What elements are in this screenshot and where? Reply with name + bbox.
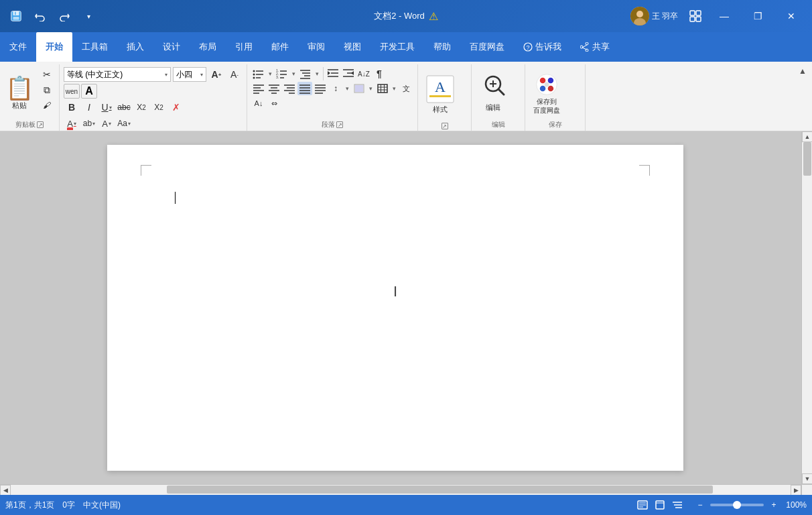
shrink-font-button[interactable]: A-	[226, 67, 243, 82]
scroll-left-button[interactable]: ◀	[0, 485, 11, 496]
zoom-slider-thumb[interactable]	[733, 501, 741, 509]
menu-item-view[interactable]: 视图	[334, 32, 370, 62]
zoom-out-button[interactable]: −	[693, 498, 707, 512]
menu-item-baidu[interactable]: 百度网盘	[460, 32, 514, 62]
menu-item-home[interactable]: 开始	[36, 32, 72, 62]
scroll-down-button[interactable]: ▼	[802, 473, 812, 484]
menu-item-tell-me[interactable]: ? 告诉我	[514, 32, 571, 62]
zoom-slider-track[interactable]	[710, 504, 764, 506]
redo-button[interactable]	[54, 5, 75, 27]
highlight-color-button[interactable]: ab▾	[81, 116, 97, 131]
copy-button[interactable]: ⧉	[38, 82, 56, 97]
document-content[interactable]	[174, 192, 616, 206]
decrease-indent-button[interactable]	[326, 67, 340, 80]
distribute-button[interactable]	[313, 82, 328, 95]
multilevel-list-dropdown[interactable]: ▾	[313, 67, 321, 80]
paragraph-expand-button[interactable]: ↗	[336, 121, 343, 128]
scroll-thumb[interactable]	[803, 142, 811, 176]
align-left-button[interactable]	[251, 82, 266, 95]
borders-button[interactable]	[375, 82, 390, 95]
menu-item-share[interactable]: 共享	[571, 32, 619, 62]
clipboard-expand-button[interactable]: ↗	[37, 121, 44, 128]
page-info[interactable]: 第1页，共1页	[5, 500, 54, 511]
document-area[interactable]: I	[0, 131, 791, 484]
language[interactable]: 中文(中国)	[83, 500, 121, 511]
italic-button[interactable]: I	[81, 100, 97, 115]
font-size-selector[interactable]: 小四 ▾	[173, 67, 206, 82]
close-button[interactable]: ✕	[776, 5, 807, 27]
user-area[interactable]: 王 羽卒	[626, 4, 682, 28]
scroll-up-button[interactable]: ▲	[802, 131, 812, 142]
baidu-save-button[interactable]: 保存到百度网盘	[528, 70, 565, 117]
vertical-scrollbar[interactable]: ▲ ▼	[801, 131, 812, 484]
read-view-button[interactable]	[635, 498, 650, 512]
bullet-list-dropdown[interactable]: ▾	[266, 67, 274, 80]
hscroll-thumb[interactable]	[167, 485, 713, 494]
horizontal-scrollbar[interactable]: ◀ ▶	[0, 484, 801, 495]
menu-item-mailings[interactable]: 邮件	[262, 32, 298, 62]
menu-item-design[interactable]: 设计	[153, 32, 190, 62]
page-view-button[interactable]	[653, 498, 667, 512]
outline-view-button[interactable]	[670, 498, 685, 512]
mirror-indent-button[interactable]: ⇔	[267, 97, 281, 110]
zoom-in-button[interactable]: +	[766, 498, 781, 512]
scroll-right-button[interactable]: ▶	[791, 485, 801, 496]
big-a-button[interactable]: A	[81, 84, 97, 99]
format-painter-button[interactable]: 🖌	[38, 98, 56, 113]
sort2-button[interactable]: A↓	[251, 97, 266, 110]
align-center-button[interactable]	[267, 82, 281, 95]
restore-button[interactable]: ❐	[742, 5, 773, 27]
menu-item-layout[interactable]: 布局	[190, 32, 226, 62]
borders-dropdown[interactable]: ▾	[390, 82, 398, 95]
superscript-button[interactable]: X2	[151, 100, 167, 115]
ribbon-collapse-button[interactable]: ▲	[796, 64, 809, 78]
line-spacing-button[interactable]: ↕	[328, 82, 343, 95]
minimize-button[interactable]: —	[709, 5, 740, 27]
shading-dropdown[interactable]: ▾	[366, 82, 375, 95]
numbered-list-dropdown[interactable]: ▾	[289, 67, 297, 80]
font-color-button[interactable]: A ▾	[64, 116, 80, 131]
cut-button[interactable]: ✂	[38, 67, 56, 82]
line-spacing-dropdown[interactable]: ▾	[343, 82, 351, 95]
wen-button[interactable]: wen	[64, 84, 80, 99]
menu-item-review[interactable]: 审阅	[298, 32, 334, 62]
justify-button[interactable]	[297, 82, 312, 95]
menu-item-developer[interactable]: 开发工具	[370, 32, 424, 62]
styles-button[interactable]: A 样式	[421, 72, 460, 117]
multilevel-list-button[interactable]	[298, 67, 313, 80]
styles-expand-button[interactable]: ↗	[442, 123, 448, 129]
font-family-selector[interactable]: 等线 (中文正文) ▾	[64, 67, 171, 82]
increase-indent-button[interactable]	[341, 67, 356, 80]
edit-button[interactable]: 编辑	[474, 70, 512, 117]
menu-item-references[interactable]: 引用	[226, 32, 262, 62]
shading-button[interactable]	[352, 82, 366, 95]
zoom-slider[interactable]	[710, 504, 764, 506]
undo-button[interactable]	[29, 5, 51, 27]
clear-format-button[interactable]: ✗	[168, 100, 184, 115]
sort-button[interactable]: A↓Z	[356, 67, 371, 80]
zoom-level-text[interactable]: 100%	[784, 500, 807, 510]
menu-item-insert[interactable]: 插入	[117, 32, 153, 62]
menu-item-file[interactable]: 文件	[0, 32, 36, 62]
paste-button[interactable]: 📋 粘贴	[3, 67, 36, 120]
bold-button[interactable]: B	[64, 100, 80, 115]
strikethrough-button[interactable]: abc	[116, 100, 132, 115]
underline-button[interactable]: U▾	[98, 100, 115, 115]
hscroll-track[interactable]	[11, 485, 791, 495]
bullet-list-button[interactable]	[251, 67, 266, 80]
align-right-button[interactable]	[282, 82, 297, 95]
menu-item-toolbox[interactable]: 工具箱	[72, 32, 117, 62]
group-icon-button[interactable]	[685, 5, 706, 27]
text-bg-color-button[interactable]: A▾	[98, 116, 115, 131]
grow-font-button[interactable]: A+	[208, 67, 224, 82]
save-icon-button[interactable]	[5, 5, 27, 27]
customize-quick-access-button[interactable]: ▾	[78, 5, 99, 27]
scroll-track[interactable]	[802, 142, 812, 473]
show-marks-button[interactable]: ¶	[372, 67, 387, 80]
document-page[interactable]: I	[107, 145, 683, 471]
chinese-layout-button[interactable]: 文	[399, 82, 413, 95]
subscript-button[interactable]: X2	[133, 100, 149, 115]
numbered-list-button[interactable]: 1.2.3.	[275, 67, 289, 80]
word-count[interactable]: 0字	[62, 500, 75, 511]
change-case-button[interactable]: Aa▾	[116, 116, 132, 131]
